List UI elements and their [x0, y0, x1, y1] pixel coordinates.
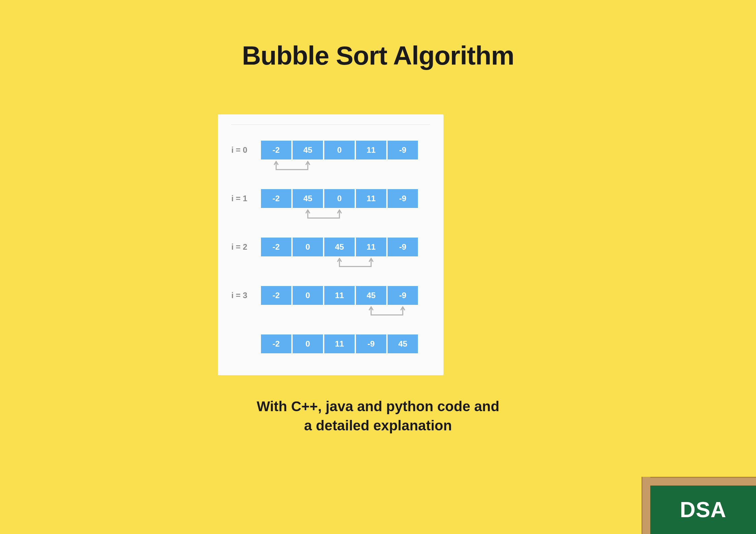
array-cell: -9 [388, 141, 418, 159]
subtitle-line-1: With C++, java and python code and [257, 398, 499, 414]
subtitle-line-2: a detailed explanation [304, 418, 452, 433]
array-cell: 45 [388, 334, 418, 353]
array-cell: 11 [324, 286, 355, 305]
swap-arrow-icon [261, 161, 419, 174]
cell-group: -245011-9 [261, 189, 418, 208]
swap-arrow-icon [261, 306, 419, 320]
array-cell: 11 [324, 334, 355, 353]
dsa-badge-board: DSA [642, 477, 756, 534]
array-cell: 45 [356, 286, 386, 305]
array-cell: -2 [261, 141, 291, 159]
step-label: i = 3 [231, 291, 261, 300]
page-title: Bubble Sort Algorithm [0, 40, 756, 71]
array-cell: -9 [388, 286, 418, 305]
array-cell: 11 [356, 141, 386, 159]
diagram-panel: i = 0-245011-9i = 1-245011-9i = 2-204511… [218, 114, 443, 375]
step-label: i = 2 [231, 242, 261, 252]
swap-arrow [261, 306, 430, 320]
array-cell: -2 [261, 189, 291, 208]
step-row: i = 3-201145-9 [231, 286, 430, 305]
divider [231, 124, 430, 125]
cell-group: -245011-9 [261, 141, 418, 159]
step-row: -2011-945 [231, 334, 430, 353]
swap-arrow-icon [261, 258, 419, 271]
step-label: i = 0 [231, 145, 261, 155]
subtitle: With C++, java and python code and a det… [0, 397, 756, 435]
swap-arrow-icon [261, 209, 419, 223]
step-row: i = 0-245011-9 [231, 141, 430, 159]
array-cell: 0 [293, 334, 323, 353]
array-cell: -2 [261, 286, 291, 305]
step-label: i = 1 [231, 194, 261, 203]
array-cell: 0 [324, 141, 355, 159]
cell-group: -204511-9 [261, 238, 418, 256]
array-cell: 45 [324, 238, 355, 256]
board-surface: DSA [650, 486, 756, 534]
array-cell: -9 [388, 189, 418, 208]
array-cell: -9 [356, 334, 386, 353]
swap-arrow [261, 161, 430, 174]
step-row: i = 1-245011-9 [231, 189, 430, 208]
array-cell: 45 [293, 189, 323, 208]
swap-arrow [261, 209, 430, 223]
board-frame-left [642, 477, 650, 534]
badge-text: DSA [680, 497, 726, 522]
swap-arrow [261, 258, 430, 271]
board-frame-top [642, 477, 756, 486]
array-cell: 0 [293, 286, 323, 305]
step-row: i = 2-204511-9 [231, 238, 430, 256]
array-cell: 11 [356, 189, 386, 208]
array-cell: -2 [261, 334, 291, 353]
cell-group: -2011-945 [261, 334, 418, 353]
array-cell: 0 [324, 189, 355, 208]
cell-group: -201145-9 [261, 286, 418, 305]
array-cell: 11 [356, 238, 386, 256]
array-cell: -9 [388, 238, 418, 256]
array-cell: 0 [293, 238, 323, 256]
array-cell: -2 [261, 238, 291, 256]
array-cell: 45 [293, 141, 323, 159]
